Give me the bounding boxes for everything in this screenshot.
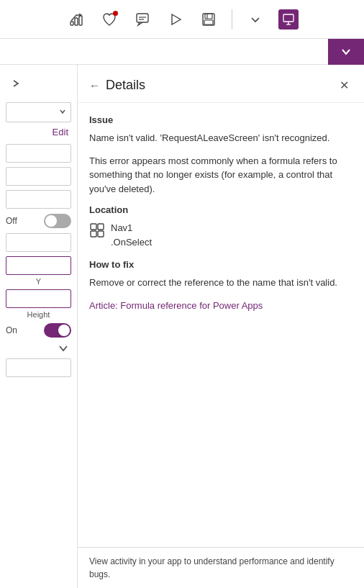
svg-rect-1 — [75, 18, 78, 25]
svg-rect-11 — [283, 14, 294, 22]
svg-rect-8 — [205, 14, 212, 19]
issue-text-2: This error appears most commonly when a … — [89, 154, 352, 196]
notification-dot — [113, 11, 118, 16]
comment-icon[interactable] — [132, 9, 153, 30]
save-icon[interactable] — [199, 9, 219, 30]
off-label: Off — [6, 216, 17, 226]
details-close-button[interactable]: ✕ — [335, 76, 352, 94]
sidebar-on-toggle-row: On — [0, 320, 77, 340]
share-icon[interactable] — [66, 9, 86, 30]
toolbar-divider — [232, 9, 232, 30]
height-value-input[interactable]: 714 — [6, 289, 71, 308]
details-content: Issue Name isn't valid. 'RequestALeaveSc… — [78, 103, 364, 588]
sidebar-chevron-row[interactable] — [0, 340, 77, 356]
howtofix-label: How to fix — [89, 259, 352, 270]
toggle-on-knob — [58, 325, 70, 336]
health-icon[interactable] — [99, 9, 119, 30]
svg-rect-16 — [91, 231, 96, 237]
sidebar-dropdown[interactable] — [6, 102, 71, 122]
sidebar-expand-arrow[interactable] — [6, 73, 26, 94]
edit-button[interactable]: Edit — [0, 125, 77, 142]
sidebar-input-3[interactable] — [6, 190, 71, 209]
grid-icon — [89, 222, 105, 238]
sidebar-input-2[interactable] — [6, 167, 71, 186]
details-panel: ← Details ✕ Issue Name isn't valid. 'Req… — [78, 65, 364, 588]
toggle-knob — [45, 215, 57, 227]
play-icon[interactable] — [165, 9, 186, 30]
svg-rect-9 — [204, 20, 213, 24]
zero-value-input[interactable]: 0 — [6, 358, 71, 377]
article-link[interactable]: Article: Formula reference for Power App… — [89, 300, 263, 311]
sidebar: Edit Off 54 Y 714 Height On — [0, 65, 78, 588]
main-layout: Edit Off 54 Y 714 Height On — [0, 65, 364, 588]
svg-rect-14 — [91, 224, 96, 230]
svg-rect-15 — [98, 224, 104, 230]
location-item: Nav1 .OnSelect — [89, 221, 352, 249]
details-header: ← Details ✕ — [78, 65, 364, 103]
issue-text-1: Name isn't valid. 'RequestALeaveScreen' … — [89, 131, 352, 145]
location-property: .OnSelect — [111, 237, 152, 248]
more-chevron-icon[interactable] — [245, 9, 265, 30]
svg-rect-2 — [79, 16, 82, 25]
height-label: Height — [0, 310, 77, 320]
details-title: Details — [106, 78, 335, 93]
sidebar-chevron-icon — [58, 343, 68, 353]
location-text: Nav1 .OnSelect — [111, 221, 152, 249]
svg-rect-0 — [70, 22, 73, 25]
sidebar-dropdown-arrow-icon — [59, 107, 66, 117]
y-label: Y — [0, 277, 77, 287]
monitor-icon[interactable] — [278, 9, 299, 30]
sidebar-input-4[interactable] — [6, 233, 71, 252]
sidebar-input-1[interactable] — [6, 144, 71, 163]
sidebar-off-toggle-row: Off — [0, 211, 77, 231]
search-bar — [0, 39, 364, 65]
on-label: On — [6, 325, 17, 335]
off-toggle[interactable] — [44, 214, 71, 228]
svg-rect-17 — [98, 231, 104, 237]
location-name: Nav1 — [111, 222, 132, 233]
howtofix-text: Remove or correct the reference to the n… — [89, 276, 352, 290]
search-chevron-button[interactable] — [328, 39, 364, 65]
location-section-label: Location — [89, 204, 352, 215]
monitor-bar: View activity in your app to understand … — [78, 547, 364, 588]
toolbar — [0, 0, 364, 39]
details-back-button[interactable]: ← — [89, 79, 100, 91]
y-value-input[interactable]: 54 — [6, 256, 71, 275]
on-toggle[interactable] — [44, 323, 71, 338]
issue-section-label: Issue — [89, 114, 352, 125]
svg-marker-6 — [172, 14, 181, 24]
svg-rect-3 — [137, 14, 148, 22]
search-input[interactable] — [0, 39, 328, 64]
